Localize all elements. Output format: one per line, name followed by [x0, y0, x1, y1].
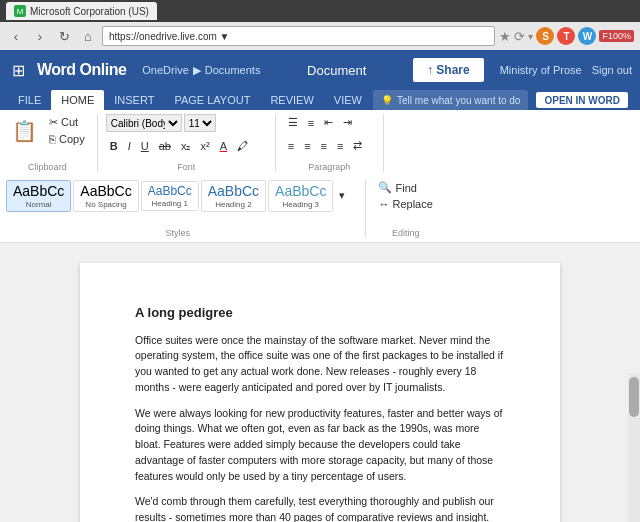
tab-file[interactable]: HOME: [51, 90, 104, 110]
bold-button[interactable]: B: [106, 138, 122, 154]
font-row1: Calibri (Body) 11: [106, 114, 216, 132]
ltr-rtl-button[interactable]: ⇄: [349, 137, 366, 154]
share-label: Share: [436, 63, 469, 77]
paragraph-label: Paragraph: [284, 162, 375, 172]
doc-para-2[interactable]: We were always looking for new productiv…: [135, 406, 505, 485]
tab-page-layout[interactable]: PAGE LAYOUT: [164, 90, 260, 110]
open-in-word-button[interactable]: OPEN IN WORD: [536, 92, 628, 108]
nav-separator: ▶: [193, 64, 201, 77]
refresh-button[interactable]: ↻: [54, 26, 74, 46]
browser-icon-2: T: [557, 27, 575, 45]
style-heading3-preview: AaBbCc: [275, 183, 326, 200]
style-heading1-preview: AaBbCc: [148, 184, 192, 198]
tell-me-text: Tell me what you want to do: [397, 95, 520, 106]
cut-copy-buttons: ✂ Cut ⎘ Copy: [45, 114, 89, 147]
styles-more-button[interactable]: ▾: [335, 187, 349, 204]
align-right-button[interactable]: ≡: [317, 138, 331, 154]
scrollbar[interactable]: [628, 373, 640, 522]
style-normal-label: Normal: [13, 200, 64, 209]
ministry-label: Ministry of Prose: [500, 64, 582, 76]
cut-button[interactable]: ✂ Cut: [45, 114, 82, 131]
para-row1: ☰ ≡ ⇤ ⇥: [284, 114, 356, 131]
font-family-select[interactable]: Calibri (Body): [106, 114, 182, 132]
editing-label: Editing: [374, 228, 436, 238]
documents-link[interactable]: Documents: [205, 64, 261, 76]
tell-me-box[interactable]: 💡 Tell me what you want to do: [373, 90, 528, 110]
para-row2: ≡ ≡ ≡ ≡ ⇄: [284, 137, 367, 154]
align-center-button[interactable]: ≡: [300, 138, 314, 154]
app-header: ⊞ Word Online OneDrive ▶ Documents Docum…: [0, 50, 640, 90]
highlight-button[interactable]: 🖍: [233, 138, 252, 154]
style-no-spacing[interactable]: AaBbCc No Spacing: [73, 180, 138, 212]
font-group: Calibri (Body) 11 B I U ab x₂ x² A 🖍 Fon…: [106, 114, 276, 172]
tab-favicon: M: [14, 5, 26, 17]
style-heading3[interactable]: AaBbCc Heading 3: [268, 180, 333, 212]
bullets-button[interactable]: ☰: [284, 114, 302, 131]
replace-label: Replace: [392, 198, 432, 210]
browser-tab[interactable]: M Microsoft Corporation (US): [6, 2, 157, 20]
document-heading: A long pedigree: [135, 303, 505, 323]
styles-row: AaBbCc Normal AaBbCc No Spacing AaBbCc H…: [6, 180, 349, 212]
replace-button[interactable]: ↔ Replace: [374, 197, 436, 211]
copy-button[interactable]: ⎘ Copy: [45, 131, 89, 147]
align-left-button[interactable]: ≡: [284, 138, 298, 154]
zoom-badge: F100%: [599, 30, 634, 42]
style-no-spacing-label: No Spacing: [80, 200, 131, 209]
browser-toolbar-icons: ★ ⟳ ▾ S T W F100%: [499, 27, 634, 45]
scroll-thumb[interactable]: [629, 377, 639, 417]
find-label: Find: [395, 182, 416, 194]
style-heading2-label: Heading 2: [208, 200, 259, 209]
justify-button[interactable]: ≡: [333, 138, 347, 154]
address-bar-row: ‹ › ↻ ⌂ ★ ⟳ ▾ S T W F100%: [0, 22, 640, 50]
refresh-icon2[interactable]: ⟳: [514, 29, 525, 44]
forward-button[interactable]: ›: [30, 26, 50, 46]
style-normal[interactable]: AaBbCc Normal: [6, 180, 71, 212]
home-button[interactable]: ⌂: [78, 26, 98, 46]
font-label: Font: [106, 162, 267, 172]
paragraph-group: ☰ ≡ ⇤ ⇥ ≡ ≡ ≡ ≡ ⇄ Paragraph: [284, 114, 384, 172]
onedrive-link[interactable]: OneDrive: [142, 64, 188, 76]
browser-icon-1: S: [536, 27, 554, 45]
subscript-button[interactable]: x₂: [177, 138, 195, 155]
font-size-select[interactable]: 11: [184, 114, 216, 132]
decrease-indent-button[interactable]: ⇤: [320, 114, 337, 131]
address-input[interactable]: [102, 26, 495, 46]
style-heading1[interactable]: AaBbCc Heading 1: [141, 181, 199, 210]
paste-button[interactable]: 📋: [6, 117, 43, 145]
tab-insert[interactable]: INSERT: [104, 90, 164, 110]
clipboard-group: 📋 ✂ Cut ⎘ Copy Clipboard: [6, 114, 98, 172]
superscript-button[interactable]: x²: [196, 138, 213, 154]
share-button[interactable]: ↑ Share: [413, 58, 484, 82]
back-button[interactable]: ‹: [6, 26, 26, 46]
tab-home[interactable]: FILE: [8, 90, 51, 110]
find-replace-group: 🔍 Find ↔ Replace: [374, 180, 436, 211]
styles-group: AaBbCc Normal AaBbCc No Spacing AaBbCc H…: [6, 180, 357, 238]
numbering-button[interactable]: ≡: [304, 115, 318, 131]
document-title: Document: [268, 63, 405, 78]
font-color-button[interactable]: A: [216, 138, 231, 154]
header-nav: OneDrive ▶ Documents: [142, 64, 260, 77]
font-row2: B I U ab x₂ x² A 🖍: [106, 138, 252, 155]
doc-para-3[interactable]: We'd comb through them carefully, test e…: [135, 494, 505, 522]
editing-group: 🔍 Find ↔ Replace Editing: [365, 180, 444, 238]
document-page[interactable]: A long pedigree Office suites were once …: [80, 263, 560, 522]
underline-button[interactable]: U: [137, 138, 153, 154]
share-icon: ↑: [427, 63, 433, 77]
favorites-icon[interactable]: ★: [499, 29, 511, 44]
strikethrough-button[interactable]: ab: [155, 138, 175, 154]
app-logo: Word Online: [37, 61, 126, 79]
signout-link[interactable]: Sign out: [592, 64, 632, 76]
style-heading2-preview: AaBbCc: [208, 183, 259, 200]
tab-review[interactable]: REVIEW: [260, 90, 323, 110]
browser-chrome: M Microsoft Corporation (US): [0, 0, 640, 22]
document-area[interactable]: A long pedigree Office suites were once …: [0, 243, 640, 522]
ribbon-tabs: FILE HOME INSERT PAGE LAYOUT REVIEW VIEW…: [0, 90, 640, 110]
grid-icon[interactable]: ⊞: [8, 57, 29, 84]
increase-indent-button[interactable]: ⇥: [339, 114, 356, 131]
italic-button[interactable]: I: [124, 138, 135, 154]
style-heading3-label: Heading 3: [275, 200, 326, 209]
tab-view[interactable]: VIEW: [324, 90, 372, 110]
find-button[interactable]: 🔍 Find: [374, 180, 436, 195]
style-heading2[interactable]: AaBbCc Heading 2: [201, 180, 266, 212]
doc-para-1[interactable]: Office suites were once the mainstay of …: [135, 333, 505, 396]
